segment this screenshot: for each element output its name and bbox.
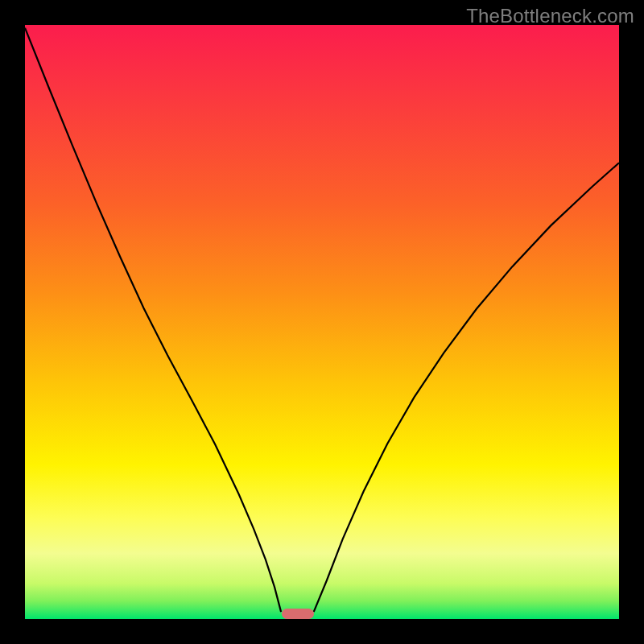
right-curve — [314, 163, 619, 612]
watermark-text: TheBottleneck.com — [466, 5, 634, 27]
left-curve — [25, 28, 281, 612]
chart-frame: TheBottleneck.com — [0, 0, 644, 644]
optimum-marker — [282, 609, 314, 619]
curve-layer — [25, 25, 619, 619]
plot-area — [25, 25, 619, 619]
